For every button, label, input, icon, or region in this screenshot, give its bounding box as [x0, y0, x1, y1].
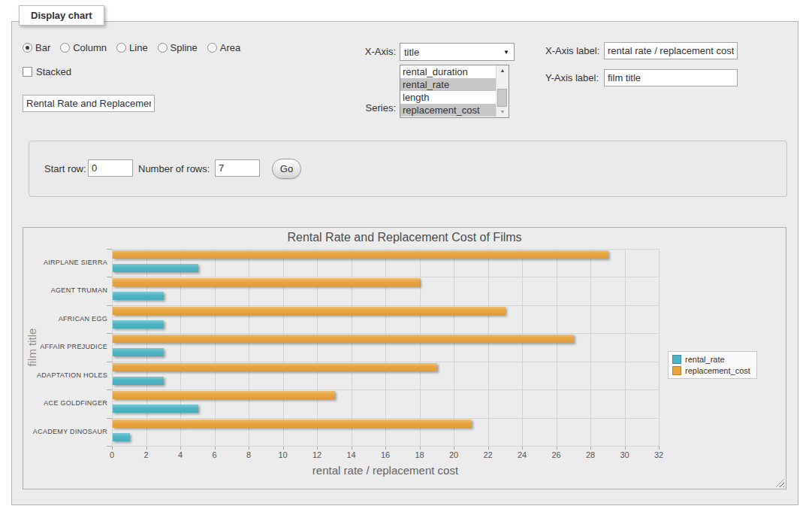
chart-legend: rental_ratereplacement_cost	[668, 351, 757, 379]
chart-type-line[interactable]: Line	[116, 42, 148, 53]
bar-rental_rate-3[interactable]	[113, 348, 164, 356]
x-tick-label: 32	[647, 450, 670, 459]
y-tick-mark	[107, 333, 112, 334]
x-tick-label: 22	[477, 450, 500, 459]
y-tick-mark	[107, 277, 112, 277]
series-option-rental_rate[interactable]: rental_rate	[400, 78, 497, 91]
gridline-vertical	[590, 249, 591, 446]
chart-type-label: Area	[220, 42, 240, 53]
x-tick-label: 0	[101, 450, 123, 459]
y-tick-mark	[107, 249, 112, 250]
chart-type-spline[interactable]: Spline	[158, 42, 198, 53]
radio-icon	[116, 43, 126, 53]
legend-swatch	[672, 355, 681, 364]
x-tick-label: 12	[306, 450, 328, 459]
chart-type-label: Bar	[35, 42, 50, 53]
category-label: ADAPTATION HOLES	[25, 371, 107, 380]
gridline-horizontal	[112, 249, 659, 250]
bar-replacement_cost-4[interactable]	[113, 363, 437, 371]
y-axis-label-input[interactable]	[604, 69, 738, 86]
series-option-rental_duration[interactable]: rental_duration	[400, 65, 497, 78]
x-axis-label: X-Axis:	[331, 46, 396, 58]
series-scrollbar[interactable]: ▲ ▼	[496, 65, 509, 117]
fieldset-legend: Display chart	[19, 5, 104, 26]
bar-rental_rate-0[interactable]	[113, 264, 198, 272]
x-tick-label: 20	[442, 450, 465, 459]
bar-replacement_cost-5[interactable]	[113, 391, 335, 399]
y-tick-mark	[107, 446, 112, 447]
gridline-horizontal	[112, 305, 659, 306]
scrollbar-thumb[interactable]	[497, 89, 507, 107]
y-tick-mark	[107, 305, 112, 306]
gridline-horizontal	[112, 362, 659, 362]
gridline-vertical	[454, 249, 454, 446]
series-label: Series:	[331, 102, 396, 114]
gridline-horizontal	[112, 333, 659, 334]
bar-rental_rate-4[interactable]	[113, 377, 164, 385]
radio-icon	[158, 43, 168, 53]
chart-area: Rental Rate and Replacement Cost of Film…	[23, 227, 786, 489]
legend-swatch	[672, 366, 681, 375]
y-tick-mark	[107, 418, 112, 419]
legend-item-rental_rate[interactable]: rental_rate	[672, 355, 750, 364]
bar-rental_rate-5[interactable]	[113, 404, 198, 413]
legend-label: rental_rate	[685, 355, 725, 364]
x-axis-label-caption: X-Axis label:	[545, 45, 599, 57]
x-axis-select[interactable]: title ▼	[400, 43, 515, 61]
radio-icon	[60, 43, 70, 53]
chart-type-bar[interactable]: Bar	[23, 42, 50, 53]
bar-replacement_cost-6[interactable]	[113, 420, 472, 428]
gridline-horizontal	[112, 418, 659, 419]
number-of-rows-input[interactable]	[215, 159, 260, 177]
legend-item-replacement_cost[interactable]: replacement_cost	[672, 366, 750, 375]
series-option-length[interactable]: length	[400, 91, 497, 104]
radio-icon	[207, 43, 217, 53]
y-tick-mark	[107, 362, 112, 362]
bar-rental_rate-6[interactable]	[113, 433, 130, 441]
stacked-label: Stacked	[36, 66, 71, 77]
x-tick-label: 30	[614, 450, 636, 459]
start-row-input[interactable]	[88, 159, 133, 177]
resize-handle-icon[interactable]	[776, 479, 784, 487]
chart-type-column[interactable]: Column	[60, 42, 107, 53]
chart-type-area[interactable]: Area	[207, 42, 240, 53]
row-range-box: Start row: Number of rows: Go	[29, 141, 787, 197]
x-tick-mark	[659, 446, 660, 450]
x-tick-label: 24	[511, 450, 533, 459]
gridline-vertical	[659, 249, 660, 446]
gridline-horizontal	[112, 446, 659, 447]
series-options: rental_durationrental_ratelengthreplacem…	[400, 65, 509, 117]
scroll-up-icon[interactable]: ▲	[497, 65, 509, 76]
legend-label: replacement_cost	[685, 366, 750, 375]
bar-rental_rate-2[interactable]	[113, 320, 164, 329]
x-tick-label: 10	[272, 450, 294, 459]
x-tick-label: 2	[135, 450, 158, 459]
x-tick-label: 8	[237, 450, 260, 459]
gridline-horizontal	[112, 389, 659, 390]
chart-type-label: Line	[129, 42, 148, 53]
x-axis-selected-value: title	[404, 47, 419, 58]
x-tick-label: 26	[545, 450, 568, 459]
stacked-checkbox[interactable]	[23, 67, 32, 77]
go-button[interactable]: Go	[272, 159, 301, 179]
x-axis-label-input[interactable]	[604, 42, 738, 59]
series-listbox[interactable]: rental_durationrental_ratelengthreplacem…	[400, 65, 509, 118]
gridline-vertical	[522, 249, 523, 446]
start-row-label: Start row:	[44, 163, 86, 175]
x-tick-label: 6	[204, 450, 226, 459]
category-label: AFRICAN EGG	[25, 314, 107, 323]
bar-replacement_cost-2[interactable]	[113, 307, 506, 315]
chart-type-label: Column	[73, 42, 107, 53]
category-label: ACADEMY DINOSAUR	[25, 427, 107, 436]
scroll-down-icon[interactable]: ▼	[497, 107, 509, 117]
x-tick-label: 14	[340, 450, 363, 459]
bar-rental_rate-1[interactable]	[113, 292, 164, 300]
bar-replacement_cost-1[interactable]	[113, 278, 420, 286]
gridline-horizontal	[112, 277, 659, 277]
chart-type-radio-group: BarColumnLineSplineArea	[23, 42, 240, 53]
stacked-option[interactable]: Stacked	[23, 66, 71, 77]
chart-title-input[interactable]	[23, 95, 155, 112]
bar-replacement_cost-3[interactable]	[113, 335, 574, 343]
bar-replacement_cost-0[interactable]	[113, 250, 608, 259]
series-option-replacement_cost[interactable]: replacement_cost	[400, 104, 497, 117]
